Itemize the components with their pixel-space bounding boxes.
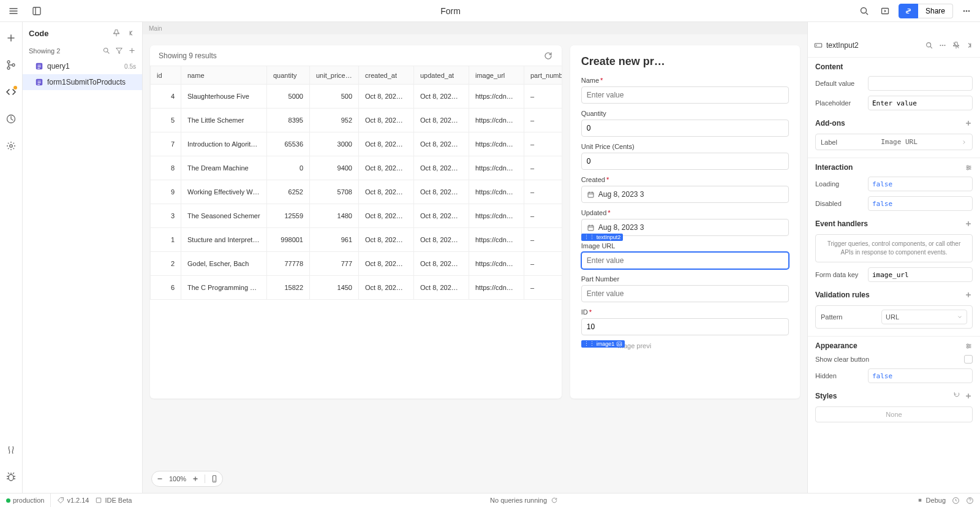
table-row[interactable]: 8The Dream Machine09400Oct 8, 202…Oct 8,…: [151, 156, 562, 180]
event-handlers-add-icon[interactable]: ＋: [964, 218, 973, 229]
ide-beta[interactable]: IDE Beta: [95, 497, 132, 504]
column-header[interactable]: created_at: [359, 66, 414, 85]
created-input[interactable]: Aug 8, 2023 3: [581, 186, 789, 203]
help-icon[interactable]: [966, 497, 974, 505]
table-row[interactable]: 1Stucture and Interpret…998001961Oct 8, …: [151, 228, 562, 252]
preview-icon[interactable]: [878, 4, 892, 18]
environment-badge[interactable]: production: [0, 494, 51, 508]
svg-point-15: [104, 48, 108, 52]
svg-rect-0: [33, 7, 40, 15]
svg-rect-19: [588, 192, 594, 197]
form-component[interactable]: Create new pr… Name* Quantity Unit Price…: [570, 45, 800, 398]
column-header[interactable]: image_url: [469, 66, 524, 85]
quantity-input[interactable]: [581, 120, 789, 137]
styles-add-icon[interactable]: ＋: [964, 391, 973, 402]
disabled-label: Disabled: [815, 200, 864, 207]
svg-point-9: [7, 61, 10, 63]
placeholder-input[interactable]: [868, 96, 973, 110]
table-row[interactable]: 3The Seasoned Schemer125591480Oct 8, 202…: [151, 204, 562, 228]
disabled-input[interactable]: [868, 196, 973, 211]
column-header[interactable]: name: [181, 66, 267, 85]
share-button[interactable]: Share: [918, 4, 953, 18]
styles-label: Styles: [815, 392, 837, 400]
clock-icon[interactable]: [952, 497, 960, 505]
addons-add-icon[interactable]: ＋: [964, 118, 973, 129]
inspector-more-icon[interactable]: [938, 41, 947, 50]
hidden-input[interactable]: [868, 368, 973, 383]
inspector-unpin-icon[interactable]: [952, 41, 960, 50]
id-input[interactable]: [581, 318, 789, 335]
section-interaction: Interaction: [815, 163, 853, 172]
styles-reset-icon[interactable]: [953, 391, 960, 402]
name-input[interactable]: [581, 86, 789, 104]
column-header[interactable]: unit_price_c...: [310, 66, 359, 85]
addon-label-row[interactable]: Label Image URL: [815, 134, 973, 150]
svg-point-34: [967, 168, 968, 169]
rail-debug-icon[interactable]: [4, 470, 18, 484]
code-search-icon[interactable]: [102, 47, 110, 55]
rail-code-icon[interactable]: [4, 85, 18, 99]
zoom-in-icon[interactable]: [191, 475, 200, 483]
loading-label: Loading: [815, 180, 864, 188]
table-row[interactable]: 2Godel, Escher, Bach77778777Oct 8, 202…O…: [151, 252, 562, 276]
part-number-input[interactable]: [581, 285, 789, 302]
table-row[interactable]: 5The Little Schemer8395952Oct 8, 202…Oct…: [151, 109, 562, 132]
default-value-input[interactable]: [868, 76, 973, 91]
rail-settings-icon[interactable]: [4, 139, 18, 153]
appearance-settings-icon[interactable]: [965, 342, 973, 350]
image-url-input[interactable]: [581, 252, 789, 269]
table-row[interactable]: 6The C Programming L…158221450Oct 8, 202…: [151, 276, 562, 300]
svg-point-8: [968, 10, 970, 12]
svg-point-22: [618, 343, 619, 345]
column-header[interactable]: quantity: [267, 66, 310, 85]
rail-history-icon[interactable]: [4, 112, 18, 126]
collapse-icon[interactable]: [126, 28, 136, 38]
query-item-query1[interactable]: query1 0.5s: [23, 58, 142, 74]
svg-point-6: [963, 10, 965, 12]
svg-rect-20: [588, 225, 594, 230]
inspector-component-name[interactable]: textInput2: [826, 41, 859, 50]
device-icon[interactable]: [210, 475, 219, 483]
column-header[interactable]: updated_at: [414, 66, 469, 85]
inspector-search-icon[interactable]: [925, 41, 933, 50]
form-data-key-input[interactable]: [868, 267, 973, 282]
unit-price-input[interactable]: [581, 153, 789, 170]
code-filter-icon[interactable]: [115, 47, 123, 55]
section-appearance: Appearance: [815, 341, 858, 350]
zoom-control: 100%: [151, 471, 223, 487]
zoom-out-icon[interactable]: [156, 475, 164, 483]
more-icon[interactable]: [959, 4, 974, 18]
validation-pattern-row[interactable]: Pattern URL: [815, 305, 973, 329]
table-row[interactable]: 9Working Effectively Wi…62525708Oct 8, 2…: [151, 180, 562, 204]
rail-add-icon[interactable]: [4, 31, 18, 45]
rail-state-icon[interactable]: [4, 443, 18, 457]
panels-icon[interactable]: [29, 4, 44, 18]
search-icon[interactable]: [857, 4, 872, 18]
code-panel-showing: Showing 2: [29, 47, 60, 55]
pin-icon[interactable]: [111, 28, 121, 38]
rail-branch-icon[interactable]: [4, 58, 18, 72]
refresh-small-icon[interactable]: [551, 497, 558, 504]
code-add-icon[interactable]: [128, 47, 136, 55]
column-header[interactable]: part_number: [524, 66, 562, 85]
query-item-form1submit[interactable]: form1SubmitToProducts: [23, 74, 142, 90]
validation-add-icon[interactable]: ＋: [964, 289, 973, 300]
refresh-icon[interactable]: [543, 51, 553, 61]
show-clear-checkbox[interactable]: [964, 355, 973, 364]
image-url-label: Image URL: [581, 242, 616, 250]
column-header[interactable]: id: [151, 66, 181, 85]
data-table[interactable]: idnamequantityunit_price_c...created_atu…: [150, 66, 562, 300]
debug-button[interactable]: Debug: [916, 497, 946, 504]
table-component[interactable]: Showing 9 results idnamequantityunit_pri…: [150, 45, 562, 398]
inspector-collapse-icon[interactable]: [965, 41, 974, 50]
interaction-settings-icon[interactable]: [965, 164, 973, 172]
loading-input[interactable]: [868, 177, 973, 191]
table-row[interactable]: 4Slaughterhouse Five5000500Oct 8, 202…Oc…: [151, 85, 562, 109]
version-tag[interactable]: v1.2.14: [57, 497, 89, 504]
menu-icon[interactable]: [6, 4, 21, 18]
share-link-icon[interactable]: [899, 4, 918, 18]
table-row[interactable]: 7Introduction to Algorit…655363000Oct 8,…: [151, 132, 562, 156]
image-url-field[interactable]: ⋮⋮ textInput2 Image URL: [581, 242, 789, 269]
created-label: Created: [581, 176, 605, 183]
code-panel: Code Showing 2 query1 0.5s form1SubmitTo…: [23, 22, 143, 493]
